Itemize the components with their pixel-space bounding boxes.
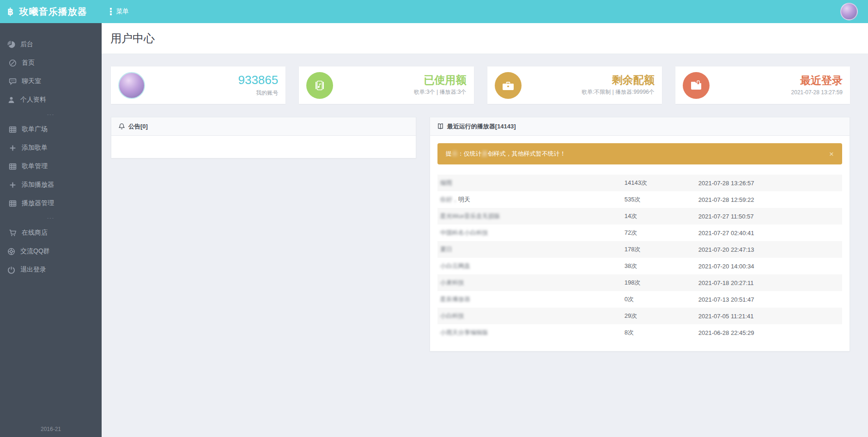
- notice-panel: 公告[0]: [111, 117, 416, 158]
- player-last-run-time: 2021-07-05 11:21:41: [698, 313, 842, 320]
- sidebar-item-add-player[interactable]: 添加播放器: [0, 176, 102, 194]
- qq-group-icon: [7, 248, 15, 255]
- sidebar-item-store[interactable]: 在线商店: [0, 224, 102, 242]
- player-run-count: 0次: [625, 295, 698, 303]
- last-login-title: 最近登录: [791, 75, 843, 86]
- sidebar-item-home[interactable]: 首页: [0, 54, 102, 72]
- grid-icon: [9, 126, 17, 134]
- player-row[interactable]: 小白科技 29次 2021-07-05 11:21:41: [437, 308, 842, 324]
- player-row[interactable]: 小雨天分享编辑版 8次 2021-06-28 22:45:29: [437, 324, 842, 341]
- account-avatar: [118, 72, 145, 99]
- sidebar-item-label: 添加播放器: [22, 181, 54, 189]
- sidebar-item-label: 聊天室: [22, 77, 41, 85]
- player-last-run-time: 2021-06-28 22:45:29: [698, 329, 842, 336]
- sidebar-item-add-playlist[interactable]: 添加歌单: [0, 139, 102, 157]
- sidebar-item-label: 在线商店: [22, 229, 48, 237]
- vertical-dots-icon: [110, 8, 112, 15]
- player-run-count: 535次: [625, 195, 698, 204]
- player-last-run-time: 2021-07-20 22:47:13: [698, 246, 842, 253]
- player-last-run-time: 2021-07-27 11:50:57: [698, 213, 842, 220]
- player-last-run-time: 2021-07-20 14:00:34: [698, 263, 842, 270]
- stat-card-used-quota: 已使用额 歌单:3个 | 播放器:3个: [299, 67, 473, 104]
- sidebar-item-profile[interactable]: 个人资料: [0, 91, 102, 109]
- app-brand[interactable]: ฿ 玫曦音乐播放器: [0, 6, 102, 18]
- player-row[interactable]: 中国科名小白科技 72次 2021-07-27 02:40:41: [437, 225, 842, 241]
- player-run-count: 14143次: [625, 179, 698, 187]
- sidebar-item-playlist-plaza[interactable]: 歌单广场: [0, 120, 102, 139]
- sidebar-divider: ---: [0, 212, 102, 224]
- sidebar-item-label: 首页: [22, 59, 35, 67]
- user-icon: [7, 96, 15, 104]
- grid-icon: [9, 163, 17, 170]
- stat-card-last-login: 最近登录 2021-07-28 13:27:59: [675, 67, 850, 104]
- account-label: 我的账号: [238, 89, 278, 97]
- bell-icon: [118, 123, 125, 130]
- player-row[interactable]: 夏日 178次 2021-07-20 22:47:13: [437, 241, 842, 258]
- player-name: 星光Wux音乐盒无损版: [437, 212, 625, 220]
- topbar: ฿ 玫曦音乐播放器 菜单: [0, 0, 868, 23]
- notice-panel-body: [111, 136, 416, 158]
- power-icon: [7, 266, 15, 274]
- stats-alert: 提示：仅统计原创样式，其他样式暂不统计！ ×: [437, 143, 842, 164]
- player-name: 星辰播放器: [437, 295, 625, 303]
- last-login-time: 2021-07-28 13:27:59: [791, 89, 843, 96]
- sidebar-item-label: 播放器管理: [22, 199, 54, 207]
- player-row[interactable]: 你好，明天 535次 2021-07-28 12:59:22: [437, 191, 842, 208]
- player-row[interactable]: 星光Wux音乐盒无损版 14次 2021-07-27 11:50:57: [437, 208, 842, 225]
- player-last-run-time: 2021-07-28 12:59:22: [698, 196, 842, 203]
- alert-text: 提: [446, 150, 452, 157]
- player-name: 小白科技: [437, 312, 625, 320]
- dashboard-icon: [9, 59, 17, 67]
- stat-card-remaining-quota: 剩余配额 歌单:不限制 | 播放器:99996个: [487, 67, 662, 104]
- recent-players-panel: 最近运行的播放器[14143] 提示：仅统计原创样式，其他样式暂不统计！ × 烟…: [430, 117, 850, 352]
- player-row[interactable]: 小白云网盘 38次 2021-07-20 14:00:34: [437, 258, 842, 274]
- book-icon: [437, 123, 444, 130]
- alert-close-icon[interactable]: ×: [829, 150, 834, 158]
- player-last-run-time: 2021-07-13 20:51:47: [698, 296, 842, 303]
- player-run-count: 198次: [625, 279, 698, 287]
- main-content: 用户中心 933865 我的账号: [102, 23, 868, 437]
- stat-card-account: 933865 我的账号: [111, 67, 285, 104]
- app-title: 玫曦音乐播放器: [19, 6, 87, 18]
- sidebar-item-label: 歌单广场: [22, 125, 48, 134]
- sidebar-item-backstage[interactable]: 后台: [0, 35, 102, 54]
- sidebar-item-playlist-manage[interactable]: 歌单管理: [0, 157, 102, 176]
- sidebar: 后台 首页 聊天室 个人资料 ---: [0, 23, 102, 437]
- player-row[interactable]: 小麦科技 198次 2021-07-18 20:27:11: [437, 274, 842, 291]
- sidebar-item-chatroom[interactable]: 聊天室: [0, 72, 102, 91]
- sidebar-item-logout[interactable]: 退出登录: [0, 261, 102, 279]
- player-name: 中国科名小白科技: [437, 229, 625, 237]
- player-name: 小麦科技: [437, 279, 625, 287]
- player-last-run-time: 2021-07-28 13:26:57: [698, 180, 842, 187]
- sidebar-item-label: 交流QQ群: [20, 247, 50, 255]
- recent-players-title: 最近运行的播放器[14143]: [447, 122, 516, 131]
- briefcase-icon: [495, 72, 522, 99]
- alert-text: 创样式，其他样式暂不统计！: [488, 150, 566, 157]
- used-quota-title: 已使用额: [414, 74, 467, 86]
- remaining-quota-title: 剩余配额: [582, 74, 655, 86]
- pie-chart-icon: [7, 41, 15, 49]
- sidebar-footer-version: 2016-21: [0, 426, 102, 432]
- sidebar-item-label: 后台: [20, 40, 33, 49]
- player-row[interactable]: 星辰播放器 0次 2021-07-13 20:51:47: [437, 291, 842, 308]
- player-name: 你好，明天: [437, 195, 625, 204]
- folder-icon: [683, 72, 710, 99]
- sidebar-item-player-manage[interactable]: 播放器管理: [0, 194, 102, 212]
- alert-text: ：仅统计: [458, 150, 482, 157]
- player-name: 小雨天分享编辑版: [437, 328, 625, 337]
- cart-icon: [9, 229, 17, 237]
- menu-button[interactable]: 菜单: [110, 7, 129, 16]
- notice-panel-title: 公告[0]: [128, 122, 148, 131]
- stat-cards: 933865 我的账号 已使用额 歌单:3个 | 播放器:3个: [111, 67, 850, 104]
- chat-icon: [9, 78, 17, 85]
- remaining-quota-detail: 歌单:不限制 | 播放器:99996个: [582, 88, 655, 96]
- page-title: 用户中心: [110, 31, 155, 46]
- player-row[interactable]: 烟雨 14143次 2021-07-28 13:26:57: [437, 175, 842, 191]
- user-avatar[interactable]: [840, 3, 858, 20]
- sidebar-divider: ---: [0, 109, 102, 120]
- player-name: 夏日: [437, 245, 625, 254]
- player-run-count: 72次: [625, 229, 698, 237]
- player-name: 烟雨: [437, 179, 625, 187]
- plus-icon: [9, 181, 17, 189]
- sidebar-item-qq-group[interactable]: 交流QQ群: [0, 242, 102, 261]
